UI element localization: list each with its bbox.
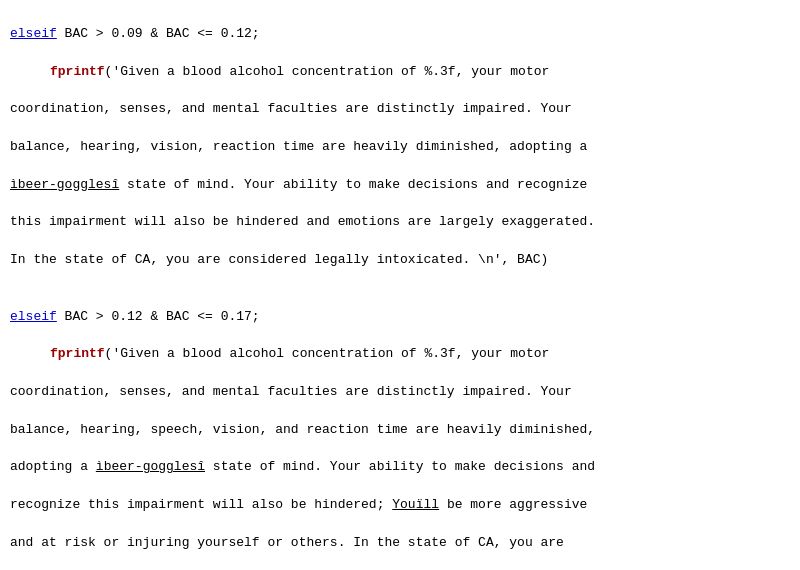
line-14: and at risk or injuring yourself or othe…	[10, 534, 790, 553]
text-beer-goggles-2: ìbeer-gogglesî	[96, 459, 205, 474]
line-12: adopting a ìbeer-gogglesî state of mind.…	[10, 458, 790, 477]
line-11: balance, hearing, speech, vision, and re…	[10, 421, 790, 440]
line-4: balance, hearing, vision, reaction time …	[10, 138, 790, 157]
line-13: recognize this impairment will also be h…	[10, 496, 790, 515]
text-beer-goggles-1: ìbeer-gogglesî	[10, 177, 119, 192]
line-6: this impairment will also be hindered an…	[10, 213, 790, 232]
line-10: coordination, senses, and mental faculti…	[10, 383, 790, 402]
line-8: elseif BAC > 0.12 & BAC <= 0.17;	[10, 308, 790, 327]
keyword-fprintf-2: fprintf	[50, 346, 105, 361]
line-3: coordination, senses, and mental faculti…	[10, 100, 790, 119]
line-9: fprintf('Given a blood alcohol concentra…	[10, 345, 790, 364]
code-display: elseif BAC > 0.09 & BAC <= 0.12; fprintf…	[10, 6, 790, 570]
keyword-elseif-2: elseif	[10, 309, 57, 324]
line-1: elseif BAC > 0.09 & BAC <= 0.12;	[10, 25, 790, 44]
text-youll-1: Youïll	[392, 497, 439, 512]
line-7: In the state of CA, you are considered l…	[10, 251, 790, 270]
keyword-elseif-1: elseif	[10, 26, 57, 41]
line-5: ìbeer-gogglesî state of mind. Your abili…	[10, 176, 790, 195]
line-2: fprintf('Given a blood alcohol concentra…	[10, 63, 790, 82]
keyword-fprintf-1: fprintf	[50, 64, 105, 79]
